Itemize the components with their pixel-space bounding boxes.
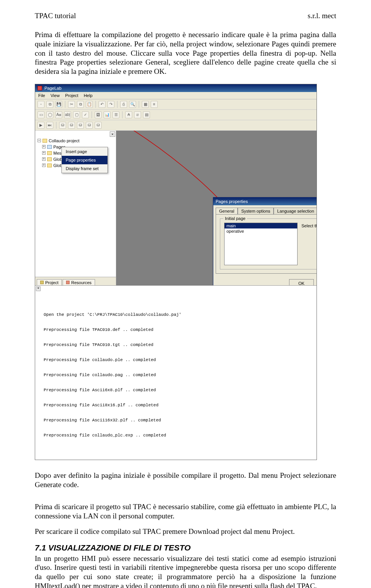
dialog-tabs: General System options Language selectio… [213, 205, 317, 214]
tb-db4-icon[interactable]: ⛁ [86, 122, 93, 129]
tree-close-icon[interactable]: × [110, 131, 115, 137]
output-line: Preprocessing file collaudo_plc.exp .. c… [44, 433, 313, 438]
menu-file[interactable]: File [38, 93, 45, 98]
tb-play-icon[interactable]: ▶ [37, 122, 44, 129]
initial-page-fieldset: Initial page main operative Select the i… [220, 218, 317, 269]
collapse-icon[interactable]: − [37, 139, 41, 142]
pages-icon [47, 145, 52, 149]
paragraph-intro: Prima di effettuare la compilazione del … [35, 30, 336, 76]
menubar: File View Project Help [35, 92, 317, 99]
tb-undo-icon[interactable]: ↶ [99, 101, 106, 108]
tb-list-icon[interactable]: ☰ [112, 111, 119, 118]
embedded-screenshot: PageLab File View Project Help ▫ ⧉ 💾 ✂ ⧉… [35, 84, 317, 460]
tb-btn-icon[interactable]: ▢ [73, 111, 80, 118]
option-operative[interactable]: operative [225, 228, 297, 234]
tb-b-icon[interactable]: ⎚ [134, 111, 141, 118]
tb-text-icon[interactable]: Aɑ [55, 111, 62, 118]
paragraph-after-2: Prima di scaricare il progetto sul TPAC … [35, 502, 336, 521]
tb-open-icon[interactable]: ⧉ [46, 101, 53, 108]
context-menu: Insert page Page properties Display fram… [61, 147, 108, 173]
tab-icon [66, 281, 70, 284]
tb-label-icon[interactable]: ab| [64, 111, 71, 118]
output-panel: × Open the project 'C:\PRJ\TPAC10\collau… [35, 285, 317, 460]
fieldset-legend: Initial page [223, 216, 247, 221]
tb-redo-icon[interactable]: ↷ [107, 101, 114, 108]
section-7-1-body: In un progetto HMI può essere necessario… [35, 554, 336, 588]
app-main: × − Collaudo project + Pages + Messages [35, 131, 317, 285]
folder-icon [47, 157, 52, 161]
ctx-insert-page[interactable]: Insert page [62, 147, 107, 156]
tab-system-options[interactable]: System options [238, 208, 274, 214]
canvas-area: Pages properties × General System option… [116, 131, 317, 285]
output-line: Preprocessing file Ascii8x16.plf .. comp… [44, 403, 313, 408]
tb-paste-icon[interactable]: 📋 [86, 101, 93, 108]
tb-print-icon[interactable]: ⎙ [120, 101, 127, 108]
section-7-1-title: 7.1 VISUALIZZAZIONE DI FILE DI TESTO [35, 543, 336, 552]
tb-cut-icon[interactable]: ✂ [68, 101, 75, 108]
tree-bottom-tabs: Project Resources [35, 277, 116, 285]
tb-image-icon[interactable]: 🖼 [95, 111, 102, 118]
dialog-panel: Initial page main operative Select the i… [216, 214, 317, 274]
expand-icon[interactable]: + [42, 164, 46, 167]
tb-zoom-icon[interactable]: 🔍 [129, 101, 136, 108]
tb-new-icon[interactable]: ▫ [37, 101, 44, 108]
paragraph-after-1: Dopo aver definito la pagina iniziale è … [35, 471, 336, 489]
tab-language-selection[interactable]: Language selection [274, 208, 317, 214]
dialog-title: Pages properties [216, 199, 248, 204]
tb-skip-icon[interactable]: ⏭ [46, 122, 53, 129]
ok-button[interactable]: OK [289, 279, 314, 285]
tb-c-icon[interactable]: ▤ [143, 111, 150, 118]
output-line: Preprocessing file TPAC010.tgt .. comple… [44, 343, 313, 348]
project-icon [43, 139, 47, 143]
ctx-page-properties[interactable]: Page properties [62, 156, 107, 164]
dialog-buttons: OK Annulla ? [213, 276, 317, 285]
ctx-display-frame-set[interactable]: Display frame set [62, 164, 107, 173]
paragraph-after-3: Per scaricare il codice compilato sul TP… [35, 527, 336, 536]
output-line: Preprocessing file Ascii16x32.plf .. com… [44, 418, 313, 423]
tb-db2-icon[interactable]: ⛁ [68, 122, 75, 129]
tb-db3-icon[interactable]: ⛁ [77, 122, 84, 129]
tb-save-icon[interactable]: 💾 [55, 101, 62, 108]
tb-check-icon[interactable]: ✓ [82, 111, 89, 118]
app-titlebar: PageLab [35, 84, 317, 92]
project-tree-panel: × − Collaudo project + Pages + Messages [35, 131, 116, 285]
output-line: Preprocessing file TPAC010.def .. comple… [44, 327, 313, 332]
header-right: s.r.l. mect [308, 12, 336, 20]
app-title: PageLab [44, 86, 61, 90]
tab-general[interactable]: General [216, 208, 238, 214]
expand-icon[interactable]: + [42, 157, 46, 161]
expand-icon[interactable]: + [42, 151, 46, 155]
folder-icon [47, 164, 52, 167]
tab-icon [40, 281, 44, 284]
expand-icon[interactable]: + [42, 145, 46, 148]
initial-page-listbox[interactable]: main operative [224, 223, 298, 265]
tb-align-icon[interactable]: ≡ [151, 101, 158, 108]
toolbar-1: ▫ ⧉ 💾 ✂ ⧉ 📋 ↶ ↷ ⎙ 🔍 ▦ ≡ [35, 99, 317, 110]
tb-chart-icon[interactable]: 📊 [104, 111, 111, 118]
tb-a-icon[interactable]: ₳ [125, 111, 132, 118]
menu-help[interactable]: Help [84, 93, 93, 98]
toolbar-3: ▶ ⏭ ⛁ ⛁ ⛁ ⛁ ⛁ [35, 120, 317, 131]
tree-root[interactable]: − Collaudo project [37, 138, 114, 144]
tb-db1-icon[interactable]: ⛁ [59, 122, 66, 129]
tab-project[interactable]: Project [37, 279, 62, 285]
tb-rect-icon[interactable]: ▭ [37, 111, 44, 118]
tb-copy-icon[interactable]: ⧉ [77, 101, 84, 108]
side-hint: Select the initial page [301, 223, 317, 265]
dialog-titlebar: Pages properties × [213, 198, 317, 205]
tb-circle-icon[interactable]: ◯ [46, 111, 53, 118]
menu-project[interactable]: Project [65, 93, 78, 98]
option-main[interactable]: main [225, 223, 297, 228]
doc-header: TPAC tutorial s.r.l. mect [35, 12, 336, 20]
tb-db5-icon[interactable]: ⛁ [95, 122, 102, 129]
output-line: Preprocessing file collaudo.pag .. compl… [44, 373, 313, 378]
output-close-icon[interactable]: × [36, 286, 41, 291]
folder-icon [47, 151, 52, 155]
toolbar-2: ▭ ◯ Aɑ ab| ▢ ✓ 🖼 📊 ☰ ₳ ⎚ ▤ [35, 110, 317, 120]
pages-properties-dialog: Pages properties × General System option… [213, 197, 317, 285]
tb-grid-icon[interactable]: ▦ [142, 101, 149, 108]
menu-view[interactable]: View [51, 93, 60, 98]
tree-root-label: Collaudo project [49, 138, 80, 144]
tab-resources[interactable]: Resources [63, 279, 95, 285]
output-line: Open the project 'C:\PRJ\TPAC10\collaudo… [44, 312, 313, 317]
